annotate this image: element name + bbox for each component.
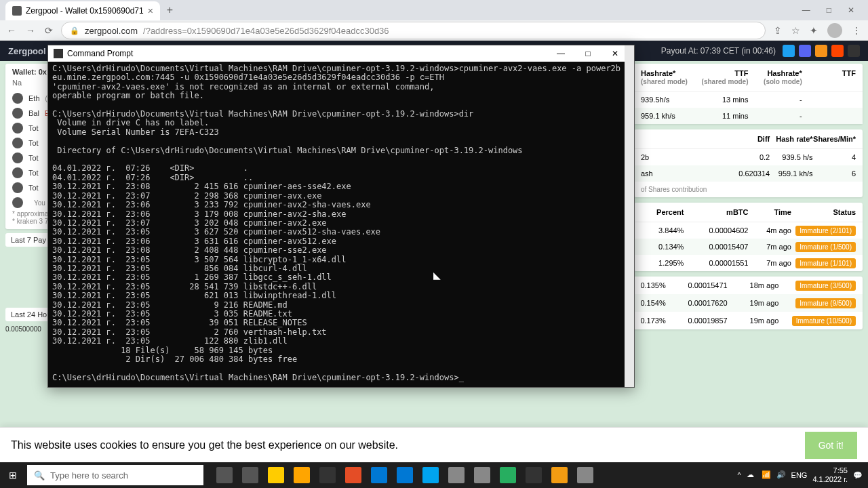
taskbar-app[interactable]	[263, 462, 289, 488]
discord-icon[interactable]	[799, 45, 811, 57]
taskbar-app[interactable]	[572, 462, 598, 488]
status-badge: Immature (1/101)	[795, 258, 856, 268]
taskbar-app[interactable]	[392, 462, 418, 488]
cmd-window[interactable]: Command Prompt — □ ✕ C:\Users\drHirudo\D…	[47, 45, 635, 388]
cmd-app-icon	[54, 49, 63, 58]
window-close-icon[interactable]: ✕	[848, 5, 854, 15]
extensions-icon[interactable]: ✦	[810, 25, 818, 36]
coin-icon	[12, 93, 23, 104]
browser-tab[interactable]: Zergpool - Wallet 0x1590690d71 ×	[5, 1, 160, 20]
tab-title: Zergpool - Wallet 0x1590690d71	[26, 6, 144, 16]
cmd-titlebar[interactable]: Command Prompt — □ ✕	[48, 45, 634, 62]
coin-icon	[12, 182, 23, 193]
taskbar-app[interactable]	[521, 462, 547, 488]
bitcoin-icon[interactable]	[815, 45, 827, 57]
coin-icon	[12, 167, 23, 178]
app-icon	[319, 467, 336, 483]
app-icon	[242, 467, 258, 483]
nav-back-icon[interactable]: ←	[7, 25, 16, 36]
share-icon[interactable]: ⇪	[774, 25, 782, 36]
window-maximize-icon[interactable]: □	[827, 5, 831, 15]
taskbar-app[interactable]	[212, 462, 237, 488]
search-placeholder: Type here to search	[50, 470, 128, 481]
taskbar-app[interactable]	[340, 462, 366, 488]
search-icon: 🔍	[34, 470, 45, 481]
taskbar-app[interactable]	[495, 462, 521, 488]
taskbar-app[interactable]	[366, 462, 392, 488]
taskbar-app[interactable]	[469, 462, 495, 488]
taskbar-app[interactable]	[547, 462, 572, 488]
table-row: 2b 0.2 939.5 h/s 4	[634, 149, 863, 165]
taskbar-app[interactable]	[315, 462, 340, 488]
app-icon	[474, 467, 490, 483]
table-row: 959.1 kh/s 11 mins -	[634, 108, 863, 124]
tray-icon[interactable]: ☁	[747, 470, 756, 480]
status-badge: Immature (9/500)	[795, 298, 856, 308]
taskbar: ⊞ 🔍 Type here to search ^ ☁ 📶 🔊 ENG 7:55…	[0, 462, 868, 488]
app-icon	[448, 467, 465, 483]
cmd-maximize-icon[interactable]: □	[574, 49, 601, 58]
app-icon	[345, 467, 361, 483]
taskbar-search[interactable]: 🔍 Type here to search	[27, 465, 203, 485]
table-row: 939.5h/s 13 mins -	[634, 92, 863, 108]
nav-reload-icon[interactable]: ⟳	[45, 25, 53, 36]
coin-icon	[12, 108, 23, 119]
tray-network-icon[interactable]: 📶	[762, 470, 771, 480]
app-icon	[577, 467, 593, 483]
col-hashrate-solo: Hashrate*(solo mode)	[749, 69, 802, 85]
col-ttf2: TTF	[802, 69, 856, 85]
cmd-scrollbar[interactable]	[625, 45, 634, 387]
misc-icon[interactable]	[848, 45, 860, 57]
col-ttf: TTF(shared mode)	[694, 69, 748, 85]
cmd-minimize-icon[interactable]: —	[547, 49, 574, 58]
tray-notifications-icon[interactable]: 💬	[853, 471, 863, 480]
col-mbtc: mBTC	[684, 208, 748, 216]
col-status: Status	[791, 208, 856, 216]
profile-avatar[interactable]	[827, 23, 842, 38]
app-icon	[268, 467, 284, 483]
app-icon	[526, 467, 542, 483]
tab-close-icon[interactable]: ×	[148, 5, 153, 16]
new-tab-button[interactable]: +	[167, 4, 173, 16]
col-hashrate: Hash rate*	[770, 135, 812, 143]
taskbar-app[interactable]	[418, 462, 443, 488]
taskbar-app[interactable]	[289, 462, 315, 488]
table-row: ash 0.620314 959.1 kh/s 6	[634, 165, 863, 182]
col-time: Time	[749, 208, 791, 216]
url-host: zergpool.com	[85, 26, 138, 36]
got-it-button[interactable]: Got it!	[805, 432, 857, 459]
taskbar-app[interactable]	[237, 462, 263, 488]
start-button[interactable]: ⊞	[0, 462, 26, 488]
shares-note: of Shares contribution	[634, 182, 863, 197]
app-icon	[500, 467, 516, 483]
nav-forward-icon[interactable]: →	[26, 25, 35, 36]
coin-icon	[12, 123, 23, 134]
cookie-text: This website uses cookies to ensure you …	[11, 439, 398, 451]
tray-lang[interactable]: ENG	[791, 471, 808, 479]
twitter-icon[interactable]	[783, 45, 795, 57]
app-icon	[397, 467, 413, 483]
coin-icon	[12, 197, 23, 208]
table-row: 3.844% 0.00004602 4m ago Immature (2/101…	[634, 222, 863, 239]
reddit-icon[interactable]	[831, 45, 844, 57]
app-icon	[422, 467, 439, 483]
table-row: 0.134% 0.00015407 7m ago Immature (1/500…	[634, 239, 863, 255]
address-bar[interactable]: 🔒 zergpool.com/?address=0x1590690d71e4a0…	[61, 22, 766, 39]
tray-clock[interactable]: 7:55 4.1.2022 г.	[812, 466, 848, 484]
bookmark-icon[interactable]: ☆	[791, 25, 800, 36]
menu-dots-icon[interactable]: ⋮	[852, 25, 861, 36]
taskbar-app[interactable]	[443, 462, 469, 488]
window-minimize-icon[interactable]: —	[802, 5, 810, 15]
status-badge: Immature (3/500)	[795, 281, 856, 291]
status-badge: Immature (1/500)	[795, 242, 856, 252]
site-brand[interactable]: Zergpool	[8, 46, 46, 56]
cmd-title-text: Command Prompt	[67, 49, 133, 58]
cmd-output[interactable]: C:\Users\drHirudo\Documents\Virtual Mach…	[48, 62, 634, 387]
table-row: 1.295% 0.00001551 7m ago Immature (1/101…	[634, 255, 863, 271]
col-hashrate: Hashrate*(shared mode)	[641, 69, 694, 85]
app-icon	[551, 467, 568, 483]
tray-chevron-icon[interactable]: ^	[737, 471, 741, 479]
col-shares: Shares/Min*	[813, 135, 856, 143]
tray-volume-icon[interactable]: 🔊	[776, 470, 786, 480]
status-badge: Immature (10/500)	[792, 316, 856, 326]
